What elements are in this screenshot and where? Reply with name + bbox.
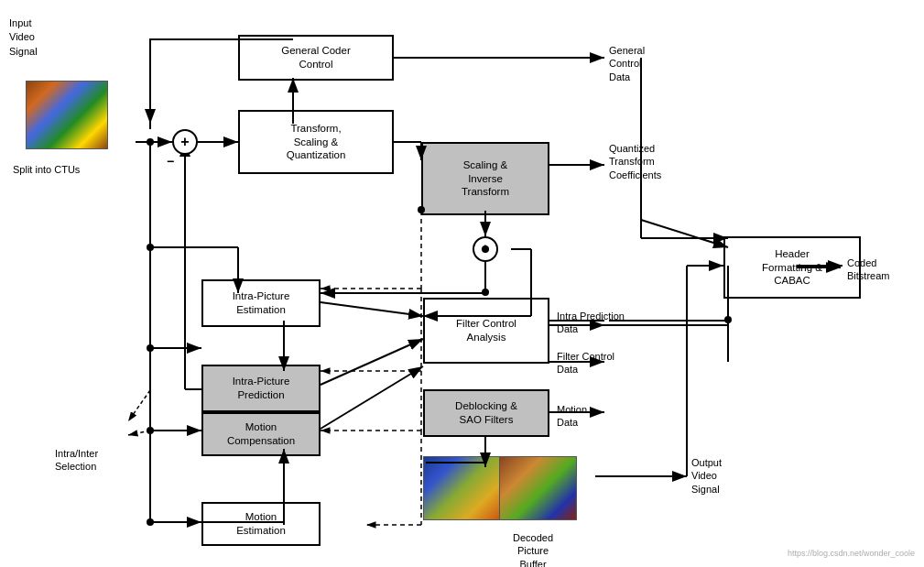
split-into-ctus-label: Split into CTUs <box>13 163 80 176</box>
decoded-picture-buffer-2 <box>499 456 577 520</box>
svg-line-62 <box>128 390 150 421</box>
general-control-data-label: GeneralControlData <box>609 44 645 83</box>
motion-compensation-block: MotionCompensation <box>201 412 321 456</box>
junction-dot-5 <box>147 518 154 526</box>
svg-line-46 <box>321 339 423 385</box>
header-formatting-cabac-block: HeaderFormatting &CABAC <box>723 236 861 299</box>
diagram-container: InputVideoSignal Split into CTUs General… <box>0 0 924 567</box>
junction-dot-4 <box>147 427 154 434</box>
input-video-thumbnail <box>26 81 108 149</box>
junction-dot-1 <box>147 138 154 146</box>
decoded-picture-buffer-label: DecodedPictureBuffer <box>513 531 553 567</box>
intra-prediction-data-label: Intra PredictionData <box>557 310 625 336</box>
adder-1: + <box>172 129 198 155</box>
intra-picture-prediction-block: Intra-PicturePrediction <box>201 365 321 412</box>
svg-line-56 <box>641 220 728 247</box>
watermark: https://blog.csdn.net/wonder_coole <box>788 549 915 558</box>
intra-inter-selection-label: Intra/InterSelection <box>55 447 98 474</box>
general-coder-control-block: General CoderControl <box>238 35 394 81</box>
transform-scaling-quantization-block: Transform,Scaling &Quantization <box>238 110 394 174</box>
junction-dot-7 <box>482 289 489 296</box>
junction-dot-2 <box>147 244 154 251</box>
svg-line-45 <box>321 302 423 316</box>
junction-dot-6 <box>482 245 489 253</box>
filter-control-analysis-block: Filter ControlAnalysis <box>423 298 549 364</box>
deblocking-sao-block: Deblocking &SAO Filters <box>423 389 549 437</box>
coded-bitstream-label: CodedBitstream <box>847 256 889 283</box>
output-video-signal-label: OutputVideoSignal <box>691 456 722 496</box>
junction-dot-9 <box>724 316 732 323</box>
decoded-picture-buffer-1 <box>423 456 501 520</box>
motion-estimation-block: MotionEstimation <box>201 502 321 546</box>
svg-line-47 <box>321 366 423 429</box>
motion-data-label: MotionData <box>557 403 587 430</box>
scaling-inverse-transform-block: Scaling &InverseTransform <box>421 142 549 215</box>
quantized-transform-label: QuantizedTransformCoefficients <box>609 142 661 181</box>
junction-dot-8 <box>418 206 425 213</box>
input-video-label: InputVideoSignal <box>9 16 38 59</box>
junction-dot-3 <box>147 344 154 352</box>
intra-picture-estimation-block: Intra-PictureEstimation <box>201 279 321 327</box>
filter-control-data-label: Filter ControlData <box>557 350 614 376</box>
